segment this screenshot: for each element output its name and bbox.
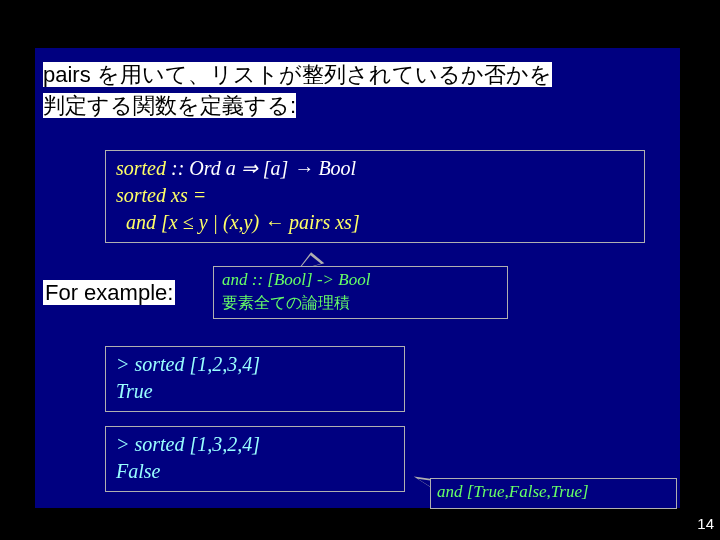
def-line1: sorted :: Ord a ⇒ [a] → Bool	[116, 155, 634, 182]
heading-line1: pairs を用いて、リストが整列されているか否かを	[43, 62, 552, 87]
def-line3: and [x ≤ y | (x,y) ← pairs xs]	[116, 209, 634, 236]
example-label: For example:	[43, 278, 175, 309]
slide-body: pairs を用いて、リストが整列されているか否かを 判定する関数を定義する: …	[35, 48, 680, 508]
def-line2: sorted xs =	[116, 182, 634, 209]
and-callout-box: and :: [Bool] -> Bool 要素全ての論理積	[213, 266, 508, 319]
and-description: 要素全ての論理積	[222, 292, 499, 314]
example1-box: > sorted [1,2,3,4] True	[105, 346, 405, 412]
example2-result: False	[116, 458, 394, 485]
slide-heading: pairs を用いて、リストが整列されているか否かを 判定する関数を定義する:	[43, 60, 663, 122]
example2-call: > sorted [1,3,2,4]	[116, 431, 394, 458]
example1-result: True	[116, 378, 394, 405]
and-signature: and :: [Bool] -> Bool	[222, 269, 499, 292]
result-expr: and [True,False,True]	[437, 482, 589, 501]
example2-box: > sorted [1,3,2,4] False	[105, 426, 405, 492]
result-callout-box: and [True,False,True]	[430, 478, 677, 509]
page-number: 14	[697, 515, 714, 532]
heading-line2: 判定する関数を定義する:	[43, 93, 296, 118]
example1-call: > sorted [1,2,3,4]	[116, 351, 394, 378]
code-definition-box: sorted :: Ord a ⇒ [a] → Bool sorted xs =…	[105, 150, 645, 243]
